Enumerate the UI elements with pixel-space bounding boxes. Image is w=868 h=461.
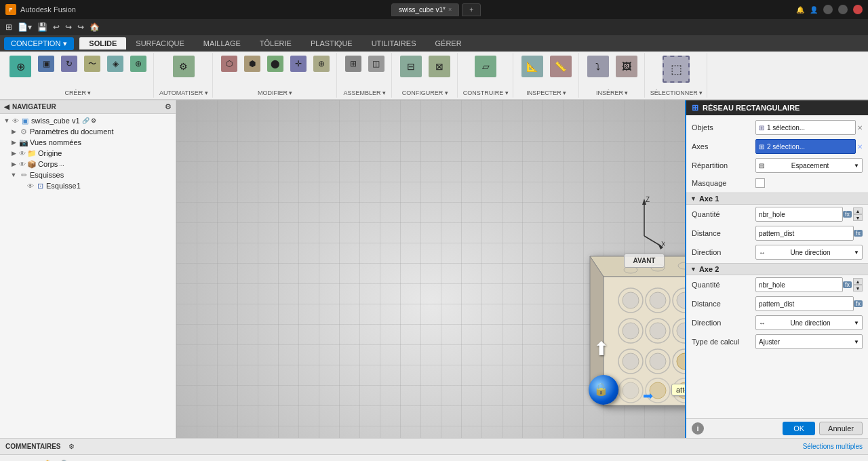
- grid-menu-button[interactable]: ⊞: [4, 22, 14, 33]
- home-button[interactable]: 🏠: [88, 22, 101, 33]
- minimize-button[interactable]: [823, 5, 833, 14]
- tab-surfacique[interactable]: SURFACIQUE: [126, 37, 194, 49]
- tree-vues[interactable]: ▶ 📷 Vues nommées: [1, 137, 174, 148]
- assembler-btn2[interactable]: ◫: [366, 54, 387, 73]
- close-button[interactable]: [853, 5, 863, 14]
- rp-axes-input[interactable]: ⊞ 2 sélection...: [755, 139, 856, 154]
- display-mode2-icon[interactable]: ▣: [111, 458, 125, 462]
- tree-esquisse1[interactable]: 👁 ⊡ Esquisse1: [1, 180, 174, 191]
- redo-button[interactable]: ↪: [64, 22, 73, 33]
- automatiser-button[interactable]: ⚙: [170, 54, 197, 79]
- assembler-btn1[interactable]: ⊞: [342, 54, 364, 73]
- tree-expand-vues[interactable]: ▶: [9, 139, 18, 146]
- inserer-btn1[interactable]: ⤵: [585, 54, 612, 79]
- rp-axe1-dir-select[interactable]: ↔ Une direction ▼: [755, 245, 863, 260]
- rp-axes-clear[interactable]: ✕: [857, 143, 863, 151]
- rp-objets-clear[interactable]: ✕: [857, 124, 863, 132]
- tree-settings-icon[interactable]: ⚙: [91, 117, 96, 124]
- tab-plastique[interactable]: PLASTIQUE: [301, 37, 362, 49]
- new-tab-btn[interactable]: +: [462, 3, 481, 16]
- tab-close-icon[interactable]: ×: [448, 6, 452, 13]
- rp-axe2-qte-input[interactable]: nbr_hole: [755, 277, 843, 292]
- tree-eye-corps[interactable]: 👁: [19, 161, 26, 168]
- camera-icon[interactable]: ⊡: [23, 458, 37, 462]
- tree-eye-origine[interactable]: 👁: [19, 150, 26, 157]
- rp-masquage-checkbox[interactable]: [755, 178, 765, 188]
- modifier-btn2[interactable]: ⬢: [241, 54, 263, 73]
- configurer-btn[interactable]: ⊟: [397, 54, 425, 79]
- tree-corps[interactable]: ▶ 👁 📦 Corps ...: [1, 159, 174, 169]
- rp-repartition-select[interactable]: ⊟ Espacement ▼: [755, 158, 863, 173]
- rp-axe2-qte-up[interactable]: ▲: [853, 278, 863, 285]
- rp-axe2-dist-input[interactable]: pattern_dist: [755, 296, 854, 311]
- inspecter-btn1[interactable]: 📐: [519, 54, 546, 79]
- inspecter-btn2[interactable]: 📏: [547, 54, 574, 79]
- pan-icon[interactable]: ✋: [41, 458, 54, 462]
- tab-maillage[interactable]: MAILLAGE: [194, 37, 250, 49]
- rp-axe2-qte-down[interactable]: ▼: [853, 285, 863, 292]
- conception-button[interactable]: CONCEPTION ▾: [4, 37, 74, 50]
- inserer-btn2[interactable]: 🖼: [613, 54, 640, 79]
- notification-icon[interactable]: 🔔: [796, 6, 804, 14]
- balayage-button[interactable]: 〜: [81, 54, 103, 73]
- tree-params[interactable]: ▶ ⚙ Paramètres du document: [1, 126, 174, 137]
- construire-btn[interactable]: ▱: [472, 54, 499, 79]
- user-icon[interactable]: 👤: [810, 6, 818, 14]
- tree-expand-params[interactable]: ▶: [9, 128, 18, 135]
- tab-tolerie[interactable]: TÔLERIE: [250, 37, 301, 49]
- comments-settings-icon[interactable]: ⚙: [68, 443, 75, 450]
- modifier-btn1[interactable]: ⬡: [218, 54, 240, 73]
- canvas-area[interactable]: ⬆ 🔒 ➡ attern_dist fx | ir_hole fx ▲ ▼ Z: [176, 100, 685, 438]
- rp-objets-value: 1 sélection...: [767, 124, 805, 132]
- tree-eye-e1[interactable]: 👁: [27, 182, 34, 190]
- tree-root[interactable]: ▼ 👁 ▣ swiss_cube v1 🔗 ⚙: [1, 115, 174, 126]
- nouveau-composant-button[interactable]: ⊕: [7, 54, 34, 79]
- rp-axe1-qte-up[interactable]: ▲: [853, 207, 863, 214]
- configurer-btn2[interactable]: ⊠: [426, 54, 453, 79]
- rp-ok-button[interactable]: OK: [783, 422, 815, 435]
- modifier-btn3[interactable]: ⬤: [264, 54, 286, 73]
- tree-origine[interactable]: ▶ 👁 📁 Origine: [1, 148, 174, 159]
- tab-utilitaires[interactable]: UTILITAIRES: [362, 37, 426, 49]
- save-button[interactable]: 💾: [36, 22, 49, 33]
- zoom-icon[interactable]: 🔍: [58, 458, 72, 462]
- rp-axe1-qte-input[interactable]: nbr_hole: [755, 207, 843, 222]
- tree-expand-icon[interactable]: ▼: [3, 117, 11, 124]
- rp-axe1-qte-down[interactable]: ▼: [853, 214, 863, 221]
- undo-button[interactable]: ↩: [52, 22, 61, 33]
- extruder-button[interactable]: ▣: [35, 54, 57, 74]
- rp-axe2-dir-select[interactable]: ↔ Une direction ▼: [755, 315, 863, 330]
- revolution-button[interactable]: ↻: [58, 54, 80, 73]
- rp-cancel-button[interactable]: Annuler: [819, 422, 863, 435]
- tree-expand-origine[interactable]: ▶: [9, 150, 18, 157]
- tree-esquisses[interactable]: ▼ ✏ Esquisses: [1, 169, 174, 180]
- display-mode3-icon[interactable]: ⊟: [129, 458, 142, 462]
- tree-eye-icon[interactable]: 👁: [12, 117, 19, 125]
- display-mode-icon[interactable]: ◫: [94, 458, 107, 462]
- new-file-button[interactable]: 📄▾: [16, 22, 33, 33]
- tree-expand-esquisses[interactable]: ▼: [9, 172, 18, 178]
- selectionner-btn[interactable]: ⬚: [660, 54, 692, 84]
- lissage-button[interactable]: ◈: [104, 54, 126, 73]
- rp-objets-input[interactable]: ⊞ 1 sélection...: [755, 120, 856, 135]
- active-tab[interactable]: swiss_cube v1* ×: [391, 3, 459, 16]
- rp-axe1-header[interactable]: ▼ Axe 1: [686, 193, 868, 205]
- tab-solide[interactable]: SOLIDE: [79, 37, 126, 49]
- view-cube[interactable]: AVANT: [624, 254, 665, 268]
- maximize-button[interactable]: [838, 5, 848, 14]
- modifier-btn4[interactable]: ✛: [288, 54, 309, 73]
- nav-collapse-icon[interactable]: ◀: [4, 103, 9, 111]
- selections-multiples-label[interactable]: Sélections multiples: [803, 443, 863, 450]
- nav-settings-icon[interactable]: ⚙: [165, 102, 172, 111]
- plus-button[interactable]: ⊕: [127, 54, 149, 73]
- rp-axe1-dist-input[interactable]: pattern_dist: [755, 226, 854, 241]
- rp-info-button[interactable]: i: [692, 422, 704, 435]
- grid-snap-icon[interactable]: ⊕: [5, 458, 19, 462]
- redo-button2[interactable]: ↪: [76, 22, 85, 33]
- tree-expand-corps[interactable]: ▶: [9, 161, 18, 167]
- zoom-fit-icon[interactable]: ⊞: [76, 458, 90, 462]
- rp-type-calcul-select[interactable]: Ajuster ▼: [755, 334, 863, 349]
- rp-axe2-header[interactable]: ▼ Axe 2: [686, 263, 868, 275]
- modifier-btn5[interactable]: ⊕: [311, 54, 332, 73]
- tab-gerer[interactable]: GÉRER: [425, 37, 471, 49]
